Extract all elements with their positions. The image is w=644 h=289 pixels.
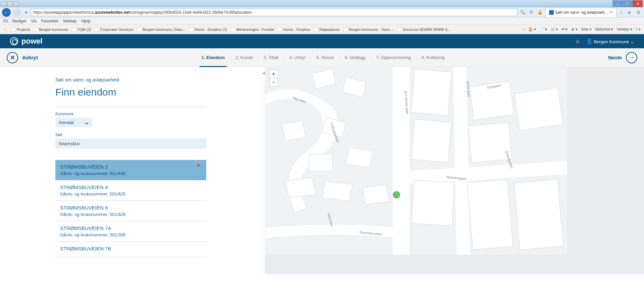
- result-item[interactable]: STRØMSBUVEIEN 2Gårds- og bruksnummer: 50…: [55, 160, 206, 180]
- wizard-step-1[interactable]: 1. Eiendom: [200, 55, 227, 67]
- result-item[interactable]: STRØMSBUVEIEN 7AGårds- og bruksnummer: 5…: [55, 221, 206, 242]
- home-icon[interactable]: ⌂: [619, 10, 624, 15]
- svg-marker-13: [309, 154, 332, 171]
- toolbar-menu[interactable]: Sikkerhet ▾: [595, 27, 613, 32]
- toolbar-icon[interactable]: 🏠 ▾: [528, 27, 536, 32]
- favorite-icon: [189, 27, 194, 32]
- back-button[interactable]: ←: [2, 8, 11, 17]
- add-favorite-icon[interactable]: ☆: [3, 27, 8, 32]
- home-icon[interactable]: ⌂: [576, 38, 579, 44]
- result-item[interactable]: STRØMSBUVEIEN 4Gårds- og bruksnummer: 50…: [55, 180, 206, 201]
- chevron-left-icon: ◀: [262, 71, 265, 75]
- favorite-link[interactable]: Bergen kommune - Vann-...: [343, 27, 394, 32]
- wizard-step-7[interactable]: 7. Oppsummering: [374, 55, 413, 60]
- wizard-step-2[interactable]: 2. Kunde: [233, 55, 255, 60]
- toolbar-icon[interactable]: 📄 ▾: [539, 27, 547, 32]
- favorite-link[interactable]: DocuLive NOARK WWW S...: [397, 27, 450, 32]
- menu-fil[interactable]: Fil: [3, 19, 8, 23]
- pane-toggle[interactable]: ◀: [262, 67, 265, 274]
- favorite-link[interactable]: Bergen kommune, Doku...: [137, 27, 185, 32]
- wizard-bar: ✕ Avbryt 1. Eiendom›2. Kunde›3. Tiltak›4…: [0, 48, 644, 67]
- svg-marker-16: [322, 181, 353, 201]
- toolbar-icon[interactable]: 📰 ▾: [550, 27, 558, 32]
- menu-rediger[interactable]: Rediger: [12, 19, 26, 23]
- wizard-step-3[interactable]: 3. Tiltak: [262, 55, 281, 60]
- next-button[interactable]: Neste →: [608, 52, 637, 63]
- abort-button[interactable]: ✕ Avbryt: [7, 52, 38, 63]
- favorite-link[interactable]: Bergen kommune: [34, 27, 68, 32]
- map-pane[interactable]: + − HøyveienTvillingbakkenHøyveienStrøms…: [265, 67, 644, 274]
- divider: [55, 107, 206, 107]
- chevron-right-icon: ›: [258, 55, 259, 60]
- favorite-link[interactable]: Allmenningen - Forside: [230, 27, 274, 32]
- settings-icon[interactable]: ⚙: [635, 10, 642, 15]
- favorite-icon: [34, 27, 38, 32]
- toolbar-menu[interactable]: Side ▾: [581, 27, 591, 32]
- zoom-in-button[interactable]: +: [270, 70, 278, 78]
- window-maximize-button[interactable]: ☐: [623, 0, 633, 7]
- user-name: Bergen Kommune: [594, 39, 629, 44]
- map-svg: [265, 67, 567, 255]
- kommune-label: Kommune: [55, 112, 262, 116]
- help-icon[interactable]: ? ▾: [636, 27, 641, 32]
- close-icon: ✕: [7, 52, 18, 63]
- address-bar[interactable]: https://powelappqaplumberformca.azureweb…: [31, 9, 517, 16]
- chevron-right-icon: ›: [283, 55, 285, 60]
- zoom-out-button[interactable]: −: [270, 78, 278, 86]
- chevron-right-icon: ›: [370, 55, 371, 60]
- address-url-post: /consigma/#/apply/290b4520-15d4-4a99-bf2…: [129, 10, 252, 15]
- zoom-control: + −: [269, 70, 278, 86]
- favorite-link[interactable]: Home - Dropbox (2): [189, 27, 227, 32]
- user-menu[interactable]: 👤 Bergen Kommune ⌄: [586, 38, 634, 45]
- search-input[interactable]: [55, 138, 206, 149]
- menu-favoritter[interactable]: Favoritter: [41, 19, 58, 23]
- map-marker[interactable]: [393, 191, 400, 198]
- favorite-link[interactable]: Projects: [11, 27, 30, 32]
- result-item[interactable]: STRØMSBUVEIEN 7B: [55, 242, 206, 257]
- favorite-icon: [72, 27, 76, 32]
- favorite-icon: [314, 27, 318, 32]
- refresh-icon[interactable]: ↻: [528, 9, 535, 16]
- svg-rect-1: [411, 69, 452, 115]
- tab-close-icon[interactable]: ✕: [609, 10, 613, 15]
- form-pane: Søk om vann- og avløpsarbeid Finn eiendo…: [0, 67, 262, 274]
- favorite-link[interactable]: Home - Dropbox: [277, 27, 310, 32]
- menu-hjelp[interactable]: Hjelp: [82, 19, 91, 23]
- svg-marker-17: [363, 184, 389, 205]
- favorite-link[interactable]: Rejseplanen: [314, 27, 340, 32]
- toolbar-icon[interactable]: ✉ ▾: [561, 27, 568, 32]
- menu-verktøy[interactable]: Verktøy: [63, 19, 77, 23]
- browser-tab[interactable]: Søk om vann- og avløpsarb... ✕: [545, 8, 616, 17]
- wizard-step-5[interactable]: 5. Skisse: [314, 55, 336, 60]
- window-close-button[interactable]: ✕: [633, 0, 643, 7]
- toolbar-icon[interactable]: 🖨 ▾: [571, 27, 578, 32]
- wizard-step-8[interactable]: 8. Kvittering: [420, 55, 447, 60]
- kommune-select[interactable]: Arendal ⌄: [55, 118, 92, 127]
- favorite-link[interactable]: Corporater Surveyor: [95, 27, 134, 32]
- kommune-value: Arendal: [59, 120, 74, 125]
- map-pin-icon: 📍: [195, 163, 202, 170]
- favorite-link[interactable]: TQM (2): [72, 27, 91, 32]
- favorites-icon[interactable]: ★: [626, 10, 633, 15]
- app-header: powel ⌂ 👤 Bergen Kommune ⌄: [0, 34, 644, 48]
- result-subtitle: Gårds- og bruksnummer: 501/630: [60, 171, 202, 176]
- favorite-icon: [397, 27, 402, 32]
- menu-vis[interactable]: Vis: [31, 19, 37, 23]
- svg-rect-5: [468, 122, 512, 163]
- chevron-right-icon: ›: [310, 55, 312, 60]
- result-subtitle: Gårds- og bruksnummer: 501/629: [60, 212, 202, 217]
- search-icon[interactable]: 🔍: [519, 9, 526, 16]
- toolbar-menu[interactable]: Verktøy ▾: [616, 27, 632, 32]
- ie-icon: e: [23, 10, 29, 15]
- svg-rect-6: [412, 180, 454, 226]
- chevron-right-icon: ›: [339, 55, 340, 60]
- result-item[interactable]: STRØMSBUVEIEN 6Gårds- og bruksnummer: 50…: [55, 201, 206, 221]
- wizard-step-4[interactable]: 4. Utstyr: [287, 55, 308, 60]
- svg-rect-7: [467, 179, 513, 250]
- forward-button[interactable]: →: [13, 8, 21, 17]
- window-minimize-button[interactable]: —: [612, 0, 623, 7]
- wizard-step-6[interactable]: 6. Vedlegg: [343, 55, 367, 60]
- chevron-right-icon[interactable]: »: [523, 27, 525, 32]
- tab-title: Søk om vann- og avløpsarb...: [555, 10, 608, 15]
- result-title: STRØMSBUVEIEN 7A: [60, 225, 202, 231]
